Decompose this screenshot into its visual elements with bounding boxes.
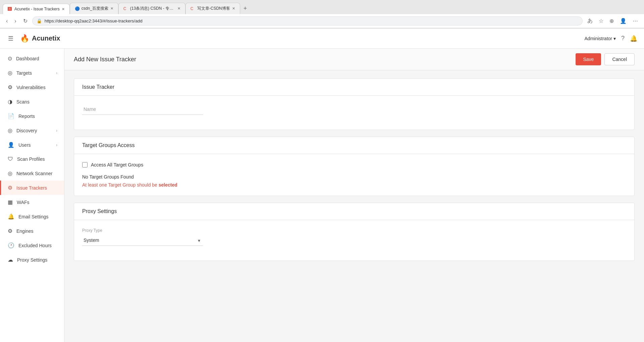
toolbar-actions: あ ☆ ⊕ 👤 ⋯: [585, 16, 640, 26]
access-all-row: Access All Target Groups: [82, 162, 626, 167]
targets-icon: ◎: [8, 70, 12, 76]
tab-favicon-baidu: 🔵: [75, 6, 79, 11]
logo-icon: 🔥: [20, 34, 29, 43]
sidebar-label-users: Users: [18, 142, 52, 148]
issue-tracker-section-body: [74, 96, 634, 130]
scans-icon: ◑: [8, 98, 12, 105]
tab-baidu[interactable]: 🔵 csdn_百度搜索 ✕: [70, 3, 118, 14]
header-right: Administrator ▾ ? 🔔: [585, 35, 637, 42]
validation-bold: selected: [159, 182, 177, 188]
sidebar-item-users[interactable]: 👤 Users ›: [0, 138, 64, 152]
sidebar-item-proxy-settings[interactable]: ☁ Proxy Settings: [0, 253, 64, 267]
issue-tracker-section: Issue Tracker: [74, 78, 635, 130]
back-button[interactable]: ‹: [4, 17, 10, 25]
sidebar-item-engines[interactable]: ⚙ Engines: [0, 224, 64, 238]
sidebar-label-discovery: Discovery: [16, 128, 52, 133]
no-groups-message: No Target Groups Found At least one Targ…: [82, 174, 626, 188]
network-scanner-icon: ◎: [8, 170, 12, 177]
sidebar-item-issue-trackers[interactable]: ⚙ Issue Trackers: [0, 181, 64, 195]
header-actions: Save Cancel: [576, 53, 635, 65]
tab-close-acunetix[interactable]: ✕: [62, 7, 65, 11]
bookmark-icon[interactable]: ⊕: [607, 16, 616, 25]
sidebar-label-network-scanner: Network Scanner: [16, 171, 57, 176]
logo: 🔥 Acunetix: [20, 34, 60, 43]
sidebar-item-discovery[interactable]: ◎ Discovery ›: [0, 123, 64, 138]
issue-trackers-icon: ⚙: [8, 185, 12, 191]
sidebar-label-scan-profiles: Scan Profiles: [17, 156, 57, 162]
app-header: ☰ 🔥 Acunetix Administrator ▾ ? 🔔: [0, 28, 644, 49]
proxy-settings-section-header: Proxy Settings: [74, 203, 634, 220]
name-field: [82, 104, 626, 115]
proxy-type-label: Proxy Type: [82, 228, 626, 233]
sidebar-item-scan-profiles[interactable]: 🛡 Scan Profiles: [0, 152, 64, 166]
sidebar-item-vulnerabilities[interactable]: ⚙ Vulnerabilities: [0, 80, 64, 94]
sidebar-item-email-settings[interactable]: 🔔 Email Settings: [0, 209, 64, 224]
sidebar-item-dashboard[interactable]: ⊙ Dashboard: [0, 51, 64, 66]
address-input[interactable]: [45, 18, 578, 23]
star-icon[interactable]: ☆: [597, 16, 605, 25]
forward-button[interactable]: ›: [12, 17, 18, 25]
sidebar-item-excluded-hours[interactable]: 🕐 Excluded Hours: [0, 238, 64, 253]
main-content: Add New Issue Tracker Save Cancel Issue …: [64, 49, 644, 342]
proxy-type-select[interactable]: System None HTTP SOCKS5: [82, 235, 203, 246]
tab-acunetix[interactable]: 🅰 Acunetix - Issue Trackers ✕: [3, 4, 70, 14]
logo-text: Acunetix: [32, 35, 60, 42]
name-input[interactable]: [82, 104, 203, 115]
issue-tracker-section-header: Issue Tracker: [74, 79, 634, 96]
translate-icon[interactable]: あ: [585, 16, 595, 26]
sidebar-label-reports: Reports: [18, 114, 57, 119]
admin-menu-button[interactable]: Administrator ▾: [585, 36, 616, 41]
target-groups-section-header: Target Groups Access: [74, 137, 634, 154]
hamburger-button[interactable]: ☰: [7, 33, 15, 44]
users-icon: 👤: [8, 142, 14, 148]
content-area: Issue Tracker Target Groups Access Acces…: [64, 70, 644, 276]
address-bar[interactable]: 🔒: [32, 16, 583, 25]
tab-close-csdn1[interactable]: ✕: [177, 6, 180, 11]
sidebar-item-scans[interactable]: ◑ Scans: [0, 94, 64, 109]
sidebar-item-reports[interactable]: 📄 Reports: [0, 109, 64, 123]
help-button[interactable]: ?: [621, 35, 625, 42]
reports-icon: 📄: [8, 113, 14, 119]
target-groups-section-body: Access All Target Groups No Target Group…: [74, 154, 634, 196]
dashboard-icon: ⊙: [8, 55, 12, 62]
profile-icon[interactable]: 👤: [618, 16, 629, 25]
proxy-settings-icon: ☁: [8, 257, 13, 263]
more-options-icon[interactable]: ⋯: [631, 16, 640, 25]
browser-chrome: 🅰 Acunetix - Issue Trackers ✕ 🔵 csdn_百度搜…: [0, 0, 644, 28]
discovery-arrow-icon: ›: [56, 128, 57, 133]
sidebar-item-wafs[interactable]: ▦ WAFs: [0, 195, 64, 209]
sidebar-label-vulnerabilities: Vulnerabilities: [16, 85, 57, 90]
validation-prefix: At least one Target Group should be: [82, 182, 159, 188]
access-all-label[interactable]: Access All Target Groups: [91, 162, 143, 167]
tab-csdn1[interactable]: C (13条消息) CSDN - 专业开发者社... ✕: [118, 3, 185, 14]
reload-button[interactable]: ↻: [21, 16, 30, 25]
sidebar-item-targets[interactable]: ◎ Targets ›: [0, 66, 64, 80]
sidebar-label-engines: Engines: [16, 228, 57, 234]
header-left: ☰ 🔥 Acunetix: [7, 33, 60, 44]
tab-csdn2[interactable]: C 写文章-CSDN博客 ✕: [185, 3, 240, 14]
targets-arrow-icon: ›: [56, 71, 57, 75]
browser-toolbar: ‹ › ↻ 🔒 あ ☆ ⊕ 👤 ⋯: [0, 14, 644, 28]
tab-close-csdn2[interactable]: ✕: [232, 6, 235, 11]
access-all-checkbox[interactable]: [82, 162, 88, 167]
tab-label-acunetix: Acunetix - Issue Trackers: [14, 7, 60, 11]
sidebar-label-issue-trackers: Issue Trackers: [16, 185, 57, 191]
sidebar-label-excluded-hours: Excluded Hours: [18, 243, 57, 248]
admin-label: Administrator: [585, 36, 612, 41]
sidebar-label-email-settings: Email Settings: [18, 214, 57, 219]
tab-label-csdn1: (13条消息) CSDN - 专业开发者社...: [130, 6, 175, 11]
cancel-button[interactable]: Cancel: [604, 53, 635, 65]
sidebar: ⊙ Dashboard ◎ Targets › ⚙ Vulnerabilitie…: [0, 49, 64, 342]
notification-button[interactable]: 🔔: [630, 35, 637, 42]
page-header: Add New Issue Tracker Save Cancel: [64, 49, 644, 70]
save-button[interactable]: Save: [576, 53, 601, 65]
proxy-settings-section-body: Proxy Type System None HTTP SOCKS5: [74, 220, 634, 261]
tab-favicon-acunetix: 🅰: [8, 7, 12, 11]
sidebar-label-scans: Scans: [16, 99, 57, 105]
scan-profiles-icon: 🛡: [8, 156, 13, 162]
tab-close-baidu[interactable]: ✕: [110, 6, 113, 11]
new-tab-button[interactable]: +: [240, 3, 251, 14]
no-groups-text: No Target Groups Found: [82, 174, 626, 180]
proxy-type-select-wrapper: System None HTTP SOCKS5: [82, 235, 203, 246]
sidebar-item-network-scanner[interactable]: ◎ Network Scanner: [0, 166, 64, 181]
